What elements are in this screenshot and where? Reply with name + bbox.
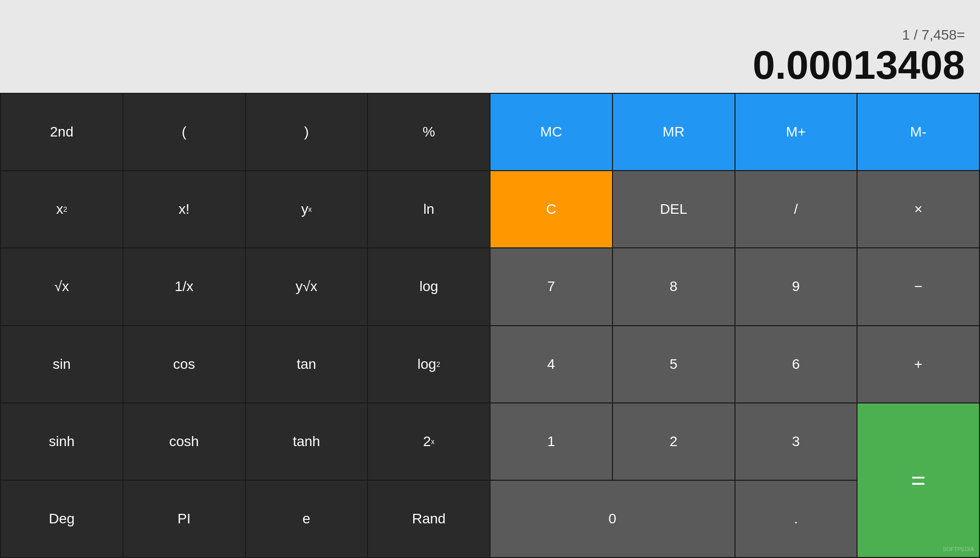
btn-sinh[interactable]: sinh — [1, 403, 122, 480]
btn-log[interactable]: log — [368, 248, 489, 325]
btn-6[interactable]: 6 — [736, 326, 857, 402]
btn-e[interactable]: e — [246, 481, 368, 557]
btn-3[interactable]: 3 — [736, 403, 857, 480]
btn-sqrt[interactable]: √x — [1, 248, 122, 325]
softpedia-watermark: SOFTPEDIA — [943, 546, 974, 552]
btn-4[interactable]: 4 — [491, 326, 612, 402]
btn-ysqrt[interactable]: y√x — [246, 248, 368, 325]
btn-pi[interactable]: PI — [124, 481, 245, 557]
btn-tan[interactable]: tan — [246, 326, 368, 402]
btn-x2[interactable]: x2 — [1, 171, 122, 247]
btn-equals[interactable]: = SOFTPEDIA — [858, 403, 979, 557]
btn-mplus[interactable]: M+ — [736, 94, 857, 170]
calculator-grid: 2nd ( ) % MC MR M+ M- x2 x! yx ln C DEL … — [0, 93, 980, 558]
btn-1[interactable]: 1 — [491, 403, 612, 480]
btn-sin[interactable]: sin — [1, 326, 122, 402]
btn-mc[interactable]: MC — [491, 94, 612, 170]
btn-inv[interactable]: 1/x — [124, 248, 245, 325]
btn-0[interactable]: 0 — [491, 481, 734, 557]
btn-9[interactable]: 9 — [736, 248, 857, 325]
btn-open-paren[interactable]: ( — [124, 94, 245, 170]
result-display: 0.00013408 — [753, 45, 965, 85]
btn-mr[interactable]: MR — [613, 94, 734, 170]
btn-percent[interactable]: % — [368, 94, 489, 170]
btn-close-paren[interactable]: ) — [246, 94, 368, 170]
btn-del[interactable]: DEL — [613, 171, 734, 247]
expression-display: 1 / 7,458= — [902, 27, 965, 43]
btn-div[interactable]: / — [736, 171, 857, 247]
btn-7[interactable]: 7 — [491, 248, 612, 325]
btn-ln[interactable]: ln — [368, 171, 489, 247]
btn-yx[interactable]: yx — [246, 171, 368, 247]
btn-8[interactable]: 8 — [613, 248, 734, 325]
btn-deg[interactable]: Deg — [1, 481, 122, 557]
btn-cos[interactable]: cos — [124, 326, 245, 402]
btn-xfact[interactable]: x! — [124, 171, 245, 247]
btn-c[interactable]: C — [491, 171, 612, 247]
btn-add[interactable]: + — [858, 326, 979, 402]
btn-2nd[interactable]: 2nd — [1, 94, 122, 170]
btn-5[interactable]: 5 — [613, 326, 734, 402]
display-area: 1 / 7,458= 0.00013408 — [0, 0, 980, 93]
btn-sub[interactable]: − — [858, 248, 979, 325]
btn-mminus[interactable]: M- — [858, 94, 979, 170]
btn-2x[interactable]: 2x — [368, 403, 489, 480]
btn-mul[interactable]: × — [858, 171, 979, 247]
btn-rand[interactable]: Rand — [368, 481, 489, 557]
btn-dot[interactable]: . — [736, 481, 857, 557]
btn-tanh[interactable]: tanh — [246, 403, 368, 480]
equals-label: = — [911, 466, 926, 495]
btn-2[interactable]: 2 — [613, 403, 734, 480]
btn-log2[interactable]: log2 — [368, 326, 489, 402]
btn-cosh[interactable]: cosh — [124, 403, 245, 480]
